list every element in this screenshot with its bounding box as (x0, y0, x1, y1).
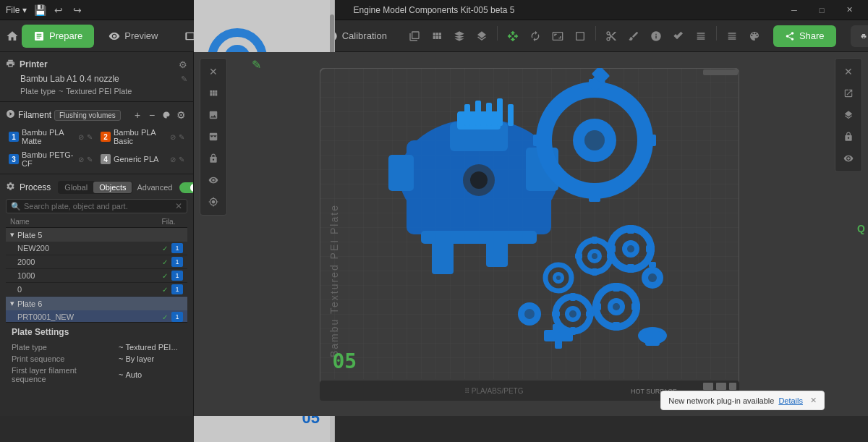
list-item[interactable]: 1000 ✓ 1 (6, 269, 187, 283)
tool-preview-color[interactable] (744, 26, 765, 46)
plate-settings-title: Plate Settings (12, 327, 182, 337)
tab-prepare[interactable]: Prepare (22, 25, 94, 48)
setting-row-first-layer: First layer filament sequence ~ Auto (12, 365, 182, 385)
tool-target[interactable] (203, 192, 224, 212)
plate-type-setting-text: Textured PEI... (125, 343, 177, 352)
tool-cut[interactable] (601, 26, 621, 46)
tool-arrange[interactable] (691, 26, 711, 46)
maximize-button[interactable]: □ (809, 0, 835, 20)
svg-rect-88 (649, 262, 656, 268)
printer-edit-icon[interactable]: ✎ (181, 75, 187, 84)
share-button[interactable]: Share (773, 25, 836, 47)
obj-name: 2000 (17, 258, 160, 266)
file-menu[interactable]: File ▾ (6, 5, 27, 15)
filament-edit-2[interactable]: ✎ (179, 133, 184, 141)
right-tool-close[interactable]: ✕ (838, 61, 859, 82)
filament-remove-button[interactable]: − (145, 109, 158, 122)
tool-eye-view[interactable] (203, 170, 224, 190)
svg-rect-62 (646, 245, 655, 252)
setting-label-first-layer: First layer filament sequence (12, 366, 113, 383)
right-tool-lock2[interactable] (838, 127, 859, 147)
tool-move[interactable] (503, 26, 523, 46)
filament-edit-1[interactable]: ✎ (87, 133, 93, 141)
right-tool-eye2[interactable] (838, 148, 859, 169)
tool-lock[interactable] (203, 148, 224, 169)
list-item[interactable]: NEW200 ✓ 1 (6, 242, 187, 255)
tool-frame[interactable] (203, 127, 224, 147)
tool-select[interactable] (404, 26, 425, 46)
filament-colors-button[interactable] (160, 109, 173, 122)
search-input[interactable] (24, 202, 172, 211)
filament-controls: + − ⚙ (131, 109, 187, 122)
filament-lock-2[interactable]: ⊘ (170, 133, 176, 141)
right-tool-layer[interactable] (838, 105, 859, 125)
filament-name-1: Bambu PLA Matte (22, 128, 75, 145)
filament-edit-3[interactable]: ✎ (87, 156, 93, 163)
advanced-toggle[interactable] (179, 182, 194, 193)
list-item[interactable]: 0 ✓ 1 (6, 283, 187, 297)
plate-type-tilde: ~ (59, 87, 63, 95)
save-icon-btn[interactable]: 💾 (33, 3, 47, 17)
svg-rect-60 (627, 264, 634, 273)
plate-edit-icon[interactable]: ✎ (252, 58, 261, 72)
svg-point-58 (627, 245, 634, 252)
filament-lock-4[interactable]: ⊘ (170, 156, 176, 163)
tool-cross[interactable]: ✕ (203, 61, 224, 82)
tool-image[interactable] (203, 105, 224, 125)
plate-settings: Plate Settings Plate type ~ Textured PEI… (6, 322, 187, 389)
filament-add-button[interactable]: + (131, 109, 144, 122)
main-viewport[interactable]: ✎ ✕ (194, 52, 868, 416)
plate-5-header[interactable]: ▾ Plate 5 (6, 228, 187, 242)
tool-layers[interactable] (472, 26, 492, 46)
filament-lock-1[interactable]: ⊘ (78, 133, 84, 141)
redo-icon-btn[interactable]: ↪ (70, 3, 85, 17)
filament-section: Filament Flushing volumes + − ⚙ 1 Bambu … (0, 102, 193, 174)
flushing-volumes-button[interactable]: Flushing volumes (54, 110, 121, 121)
tool-3d[interactable] (449, 26, 469, 46)
svg-text:⠿ PLA/ABS/PETG: ⠿ PLA/ABS/PETG (464, 387, 524, 395)
printer-title: Printer (6, 59, 48, 70)
tab-global[interactable]: Global (59, 182, 93, 193)
notification-details-link[interactable]: Details (778, 396, 803, 405)
filament-edit-4[interactable]: ✎ (179, 156, 184, 163)
plate-6-name: Plate 6 (17, 299, 42, 308)
process-icon (6, 182, 15, 193)
tool-rotate[interactable] (525, 26, 545, 46)
undo-icon-btn[interactable]: ↩ (51, 3, 66, 17)
tab-preview[interactable]: Preview (97, 25, 169, 48)
setting-value-first-layer[interactable]: ~ Auto (119, 370, 142, 379)
object-list[interactable]: ▾ Plate 5 NEW200 ✓ 1 2000 ✓ 1 1000 ✓ 1 (6, 228, 187, 322)
plate-5-arrow: ▾ (10, 230, 14, 239)
window-title: Engine Model Components Kit-005 beta 5 (354, 5, 515, 15)
print-plate-button[interactable]: Print plate (851, 25, 868, 47)
tab-objects[interactable]: Objects (93, 182, 132, 193)
list-item[interactable]: 2000 ✓ 1 (6, 255, 187, 269)
list-item[interactable]: PRT0001_NEW ✓ 1 (6, 310, 187, 322)
tool-grid-view[interactable] (203, 83, 224, 103)
tool-mesh[interactable] (668, 26, 689, 46)
tool-scale[interactable] (548, 26, 568, 46)
filament-lock-3[interactable]: ⊘ (78, 156, 84, 163)
filament-name-2: Bambu PLA Basic (114, 128, 167, 145)
minimize-button[interactable]: ─ (781, 0, 807, 20)
setting-value-plate-type[interactable]: ~ Textured PEI... (119, 343, 178, 352)
tool-grid[interactable] (427, 26, 447, 46)
plate-6-header[interactable]: ▾ Plate 6 (6, 297, 187, 310)
close-button[interactable]: ✕ (836, 0, 862, 20)
tool-flatten[interactable] (570, 26, 590, 46)
first-layer-text: Auto (125, 370, 142, 379)
notification-close-btn[interactable]: ✕ (810, 396, 817, 405)
tool-support[interactable] (646, 26, 666, 46)
setting-row-plate-type: Plate type ~ Textured PEI... (12, 341, 182, 353)
tool-measure[interactable] (722, 26, 742, 46)
filament-settings-button[interactable]: ⚙ (174, 109, 187, 122)
tool-paint[interactable] (624, 26, 644, 46)
search-clear-icon[interactable]: ✕ (175, 201, 182, 211)
svg-rect-51 (589, 187, 600, 202)
printer-settings-gear[interactable]: ⚙ (179, 59, 187, 70)
right-tool-frame2[interactable] (838, 83, 859, 103)
setting-value-print-seq[interactable]: ~ By layer (119, 354, 154, 363)
obj-name: 0 (17, 285, 160, 294)
plate-number: 05 (333, 349, 357, 373)
home-button[interactable] (6, 23, 19, 49)
